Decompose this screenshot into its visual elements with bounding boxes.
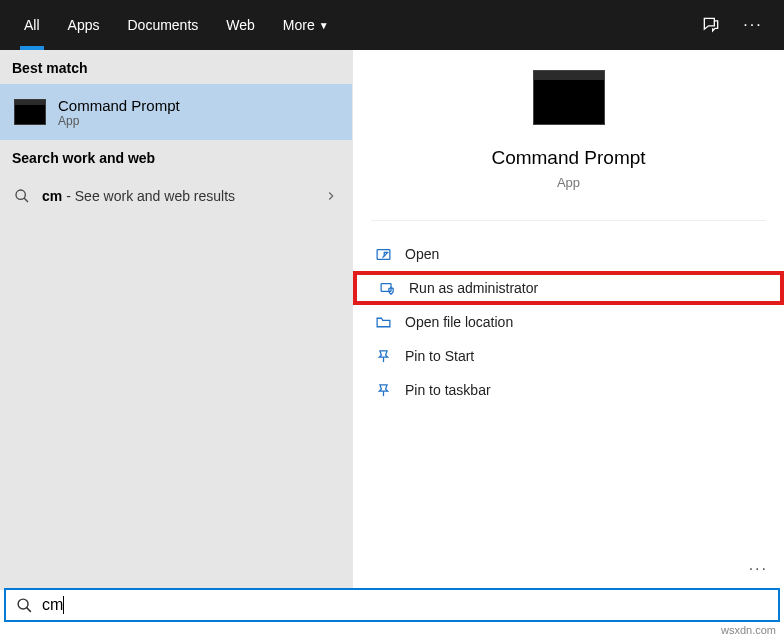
- results-list-panel: Best match Command Prompt App Search wor…: [0, 50, 352, 590]
- best-match-text: Command Prompt App: [58, 97, 180, 128]
- command-prompt-icon: [533, 70, 605, 125]
- tab-apps[interactable]: Apps: [54, 0, 114, 50]
- work-web-hint: - See work and web results: [66, 188, 235, 204]
- pin-icon: [375, 348, 405, 365]
- search-value: cm: [42, 596, 63, 614]
- query-fragment: cm: [42, 188, 62, 204]
- action-label: Run as administrator: [409, 280, 538, 296]
- search-results-area: Best match Command Prompt App Search wor…: [0, 50, 784, 590]
- svg-point-0: [16, 190, 25, 199]
- command-prompt-icon: [14, 99, 46, 125]
- svg-rect-2: [377, 249, 390, 259]
- action-open-file-location[interactable]: Open file location: [353, 305, 784, 339]
- work-web-text: cm- See work and web results: [42, 188, 324, 204]
- tab-label: Documents: [127, 17, 198, 33]
- search-input-bar[interactable]: cm: [4, 588, 780, 622]
- folder-icon: [375, 314, 405, 331]
- svg-rect-3: [381, 283, 391, 291]
- tab-label: Web: [226, 17, 255, 33]
- best-match-header: Best match: [0, 50, 352, 84]
- action-pin-to-start[interactable]: Pin to Start: [353, 339, 784, 373]
- preview-subtitle: App: [557, 175, 580, 190]
- svg-line-7: [26, 607, 30, 611]
- best-match-result[interactable]: Command Prompt App: [0, 84, 352, 140]
- action-label: Open file location: [405, 314, 513, 330]
- search-icon: [14, 188, 32, 204]
- tab-label: Apps: [68, 17, 100, 33]
- open-icon: [375, 246, 405, 263]
- tab-all[interactable]: All: [10, 0, 54, 50]
- chevron-down-icon: ▼: [319, 20, 329, 31]
- search-work-web-item[interactable]: cm- See work and web results: [0, 174, 352, 218]
- tab-label: All: [24, 17, 40, 33]
- text-caret: [63, 596, 64, 614]
- result-title: Command Prompt: [58, 97, 180, 114]
- tab-documents[interactable]: Documents: [113, 0, 212, 50]
- feedback-icon[interactable]: [690, 0, 732, 50]
- tab-label: More: [283, 17, 315, 33]
- pin-icon: [375, 382, 405, 399]
- svg-line-1: [24, 198, 28, 202]
- preview-title: Command Prompt: [491, 147, 645, 169]
- svg-point-6: [18, 599, 28, 609]
- action-list: Open Run as administrator Open file loca…: [353, 227, 784, 417]
- action-label: Pin to taskbar: [405, 382, 491, 398]
- watermark: wsxdn.com: [721, 624, 776, 636]
- panel-more-icon[interactable]: ···: [749, 560, 768, 578]
- results-empty-area: [0, 218, 352, 590]
- admin-shield-icon: [379, 280, 409, 297]
- action-label: Pin to Start: [405, 348, 474, 364]
- action-open[interactable]: Open: [353, 237, 784, 271]
- work-web-header: Search work and web: [0, 140, 352, 174]
- tab-web[interactable]: Web: [212, 0, 269, 50]
- result-subtitle: App: [58, 114, 180, 128]
- more-options-icon[interactable]: ···: [732, 0, 774, 50]
- result-preview-panel: Command Prompt App Open Run as administr…: [352, 50, 784, 590]
- action-label: Open: [405, 246, 439, 262]
- action-pin-to-taskbar[interactable]: Pin to taskbar: [353, 373, 784, 407]
- chevron-right-icon: [324, 189, 338, 203]
- tab-more[interactable]: More▼: [269, 0, 343, 50]
- search-scope-tabs: All Apps Documents Web More▼ ···: [0, 0, 784, 50]
- preview-header: Command Prompt App: [353, 70, 784, 220]
- action-run-as-administrator[interactable]: Run as administrator: [353, 271, 784, 305]
- search-icon: [6, 597, 42, 614]
